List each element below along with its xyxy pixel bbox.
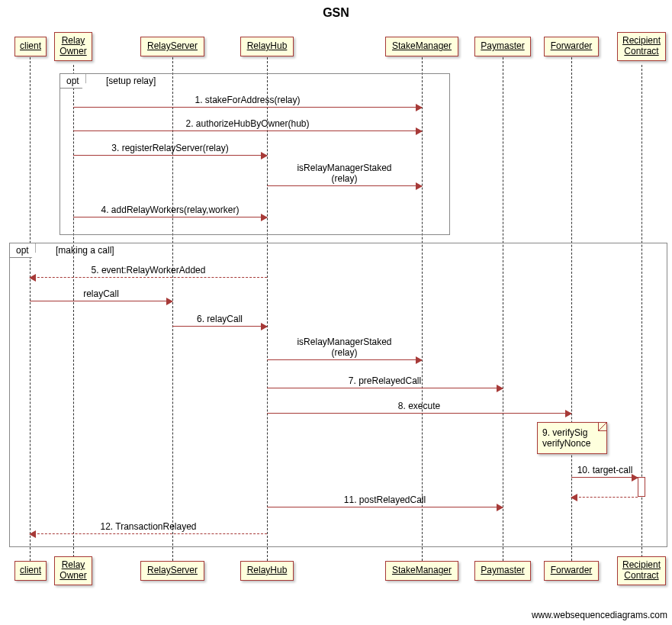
msg-authorize-hub: 2. authorizeHubByOwner(hub): [73, 118, 422, 129]
participant-relay-server-bottom: RelayServer: [140, 561, 204, 581]
arrow-m1: [73, 107, 422, 108]
msg-is-relay-mgr-staked-1a: isRelayManagerStaked: [267, 163, 422, 173]
participant-forwarder-bottom: Forwarder: [544, 561, 599, 581]
participant-stake-manager-top: StakeManager: [385, 37, 458, 56]
msg-pre-relayed-call: 7. preRelayedCall: [267, 375, 503, 386]
msg-register-relay-server: 3. registerRelayServer(relay): [73, 143, 267, 153]
note-line1: 9. verifySig: [542, 427, 602, 438]
participant-recipient-bottom: Recipient Contract: [617, 556, 666, 585]
note-verify-sig-nonce: 9. verifySig verifyNonce: [537, 422, 607, 454]
msg-is-relay-mgr-staked-2b: (relay): [267, 347, 422, 358]
sequence-diagram: GSN client Relay Owner RelayServer Relay…: [0, 0, 672, 625]
participant-paymaster-bottom: Paymaster: [474, 561, 531, 581]
participant-client-top: client: [14, 37, 47, 56]
msg-event-relay-worker-added: 5. event:RelayWorkerAdded: [30, 265, 267, 275]
participant-relay-owner-top: Relay Owner: [54, 32, 92, 61]
msg-relay-call-1: relayCall: [30, 288, 172, 299]
participant-relay-server-top: RelayServer: [140, 37, 204, 56]
msg-transaction-relayed: 12. TransactionRelayed: [30, 521, 267, 532]
msg-stake-for-address: 1. stakeForAddress(relay): [73, 95, 422, 105]
arrow-m6: [172, 326, 267, 327]
opt-tag: opt: [10, 243, 36, 258]
opt-label: [setup relay]: [106, 76, 156, 86]
arrow-m6b: [267, 359, 422, 360]
msg-add-relay-workers: 4. addRelayWorkers(relay,worker): [73, 205, 267, 215]
arrow-m10-return: [571, 497, 638, 498]
arrow-m3b: [267, 185, 422, 186]
opt-tag: opt: [60, 74, 86, 89]
participant-paymaster-top: Paymaster: [474, 37, 531, 56]
msg-post-relayed-call: 11. postRelayedCall: [267, 495, 503, 505]
attribution-text: www.websequencediagrams.com: [532, 610, 667, 620]
participant-stake-manager-bottom: StakeManager: [385, 561, 458, 581]
arrow-m11: [267, 507, 503, 507]
msg-execute: 8. execute: [267, 401, 571, 411]
arrow-m3: [73, 155, 267, 156]
arrow-m4: [73, 217, 267, 217]
arrow-m7: [267, 388, 503, 388]
opt-label: [making a call]: [56, 245, 114, 256]
participant-relay-hub-bottom: RelayHub: [240, 561, 294, 581]
arrow-m5b: [30, 301, 172, 301]
participant-forwarder-top: Forwarder: [544, 37, 599, 56]
arrow-m5: [30, 277, 267, 278]
arrow-m8: [267, 413, 571, 414]
arrow-m12: [30, 533, 267, 534]
arrow-m10: [571, 477, 638, 478]
msg-is-relay-mgr-staked-1b: (relay): [267, 173, 422, 184]
participant-relay-owner-bottom: Relay Owner: [54, 556, 92, 585]
arrow-m2: [73, 130, 422, 131]
participant-client-bottom: client: [14, 561, 47, 581]
note-line2: verifyNonce: [542, 438, 602, 449]
msg-target-call: 10. target-call: [571, 465, 638, 475]
participant-relay-hub-top: RelayHub: [240, 37, 294, 56]
activation-recipient: [638, 477, 645, 497]
diagram-title: GSN: [0, 6, 672, 20]
msg-is-relay-mgr-staked-2a: isRelayManagerStaked: [267, 337, 422, 347]
participant-recipient-top: Recipient Contract: [617, 32, 666, 61]
msg-relay-call-2: 6. relayCall: [172, 314, 267, 324]
